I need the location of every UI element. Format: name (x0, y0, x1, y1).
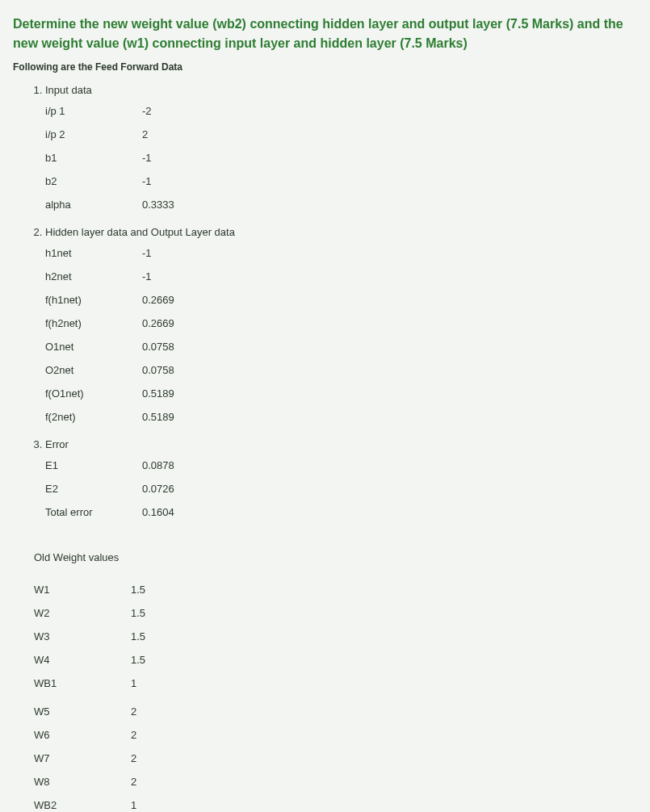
row-val: 1.5 (131, 648, 145, 672)
row-val: -1 (142, 146, 207, 170)
row-val: 2 (131, 700, 145, 723)
row-key: i/p 2 (45, 123, 142, 146)
row-key: alpha (45, 193, 142, 216)
table-row: h2net-1 (45, 265, 207, 288)
row-key: O2net (45, 358, 142, 382)
row-key: h1net (45, 241, 142, 265)
row-key: W7 (34, 747, 131, 770)
table-row: i/p 22 (45, 123, 207, 146)
row-key: f(O1net) (45, 382, 142, 405)
section-hidden-output: Hidden layer data and Output Layer data … (45, 221, 637, 433)
row-val: 1 (131, 793, 145, 812)
table-row: W11.5 (34, 578, 145, 601)
row-val: 1.5 (131, 601, 145, 625)
table-row: i/p 1-2 (45, 99, 207, 123)
table-row: O2net0.0758 (45, 358, 207, 382)
row-val: 0.0758 (142, 358, 207, 382)
table-row: Total error0.1604 (45, 500, 207, 524)
row-key: h2net (45, 265, 142, 288)
table-row: O1net0.0758 (45, 335, 207, 358)
table-row: W82 (34, 770, 145, 793)
table-row: W62 (34, 723, 145, 747)
row-val: 0.1604 (142, 500, 207, 524)
question-title: Determine the new weight value (wb2) con… (13, 15, 637, 53)
input-data-table: i/p 1-2 i/p 22 b1-1 b2-1 alpha0.3333 (45, 99, 207, 216)
row-key: W8 (34, 770, 131, 793)
row-key: E1 (45, 454, 142, 477)
row-key: W5 (34, 700, 131, 723)
table-row: W41.5 (34, 648, 145, 672)
table-row: f(h1net)0.2669 (45, 288, 207, 312)
table-row: b1-1 (45, 146, 207, 170)
section-list: Input data i/p 1-2 i/p 22 b1-1 b2-1 alph… (13, 79, 637, 529)
section-input-data: Input data i/p 1-2 i/p 22 b1-1 b2-1 alph… (45, 79, 637, 221)
table-row: f(2net)0.5189 (45, 405, 207, 429)
row-val: -1 (142, 241, 207, 265)
weights-table: W11.5 W21.5 W31.5 W41.5 WB11 W52 W62 W72… (34, 578, 145, 812)
section-label: Error (45, 438, 69, 450)
row-key: W6 (34, 723, 131, 747)
section-error: Error E10.0878 E20.0726 Total error0.160… (45, 433, 637, 529)
row-val: 0.5189 (142, 405, 207, 429)
row-val: 0.0878 (142, 454, 207, 477)
row-key: WB1 (34, 672, 131, 695)
row-key: b2 (45, 170, 142, 193)
row-key: i/p 1 (45, 99, 142, 123)
table-row: W52 (34, 700, 145, 723)
row-key: f(h1net) (45, 288, 142, 312)
row-val: 0.0726 (142, 477, 207, 500)
table-row: f(O1net)0.5189 (45, 382, 207, 405)
hidden-output-table: h1net-1 h2net-1 f(h1net)0.2669 f(h2net)0… (45, 241, 207, 429)
section-label: Hidden layer data and Output Layer data (45, 226, 235, 238)
row-val: 2 (142, 123, 207, 146)
error-table: E10.0878 E20.0726 Total error0.1604 (45, 454, 207, 524)
row-val: 2 (131, 723, 145, 747)
old-weights-section: Old Weight values W11.5 W21.5 W31.5 W41.… (34, 551, 637, 812)
table-row: WB21 (34, 793, 145, 812)
row-val: -1 (142, 265, 207, 288)
row-val: 2 (131, 770, 145, 793)
row-key: WB2 (34, 793, 131, 812)
row-key: W1 (34, 578, 131, 601)
table-row: alpha0.3333 (45, 193, 207, 216)
table-row: f(h2net)0.2669 (45, 312, 207, 335)
table-row: W21.5 (34, 601, 145, 625)
table-row: WB11 (34, 672, 145, 695)
table-row: E20.0726 (45, 477, 207, 500)
intro-line: Following are the Feed Forward Data (13, 61, 637, 73)
row-val: 0.2669 (142, 288, 207, 312)
row-key: W2 (34, 601, 131, 625)
row-val: 2 (131, 747, 145, 770)
row-key: W3 (34, 625, 131, 648)
row-val: 0.3333 (142, 193, 207, 216)
row-val: -1 (142, 170, 207, 193)
row-key: b1 (45, 146, 142, 170)
table-row: E10.0878 (45, 454, 207, 477)
row-val: 0.5189 (142, 382, 207, 405)
row-key: Total error (45, 500, 142, 524)
table-row: W31.5 (34, 625, 145, 648)
row-key: W4 (34, 648, 131, 672)
row-val: 1.5 (131, 625, 145, 648)
row-val: -2 (142, 99, 207, 123)
table-row: b2-1 (45, 170, 207, 193)
row-key: f(2net) (45, 405, 142, 429)
row-val: 1.5 (131, 578, 145, 601)
row-key: E2 (45, 477, 142, 500)
row-val: 1 (131, 672, 145, 695)
row-val: 0.0758 (142, 335, 207, 358)
table-row: h1net-1 (45, 241, 207, 265)
section-label: Input data (45, 84, 92, 96)
table-row: W72 (34, 747, 145, 770)
row-key: f(h2net) (45, 312, 142, 335)
row-val: 0.2669 (142, 312, 207, 335)
old-weights-heading: Old Weight values (34, 551, 637, 563)
row-key: O1net (45, 335, 142, 358)
